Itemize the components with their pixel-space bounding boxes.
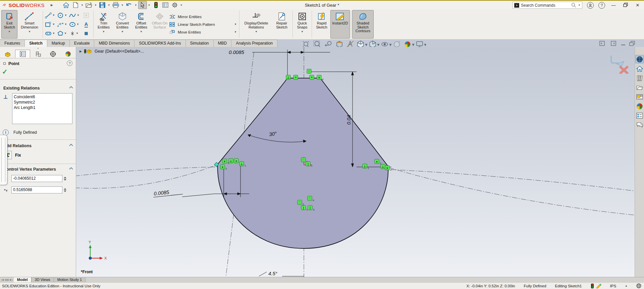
right-root-construction-arc[interactable] <box>389 168 635 215</box>
panel-splitter-handle[interactable]: ● <box>0 47 76 49</box>
relation-badge[interactable]: x <box>234 159 238 163</box>
point-dropdown[interactable]: ▼ <box>76 32 78 35</box>
design-library-icon[interactable] <box>635 74 644 82</box>
line-dropdown[interactable]: ▼ <box>52 14 55 17</box>
collapse-chevron-icon[interactable] <box>69 143 73 146</box>
add-relations-header[interactable]: Add Relations <box>3 143 73 148</box>
view-palette-icon[interactable] <box>635 93 644 101</box>
feature-tree-flyout[interactable] <box>0 135 7 185</box>
tab-mbd[interactable]: MBD <box>214 40 232 47</box>
collapse-chevron-icon[interactable] <box>69 86 73 89</box>
zoom-to-area-icon[interactable] <box>314 41 320 47</box>
view-orientation-icon[interactable] <box>358 41 364 48</box>
scroll-first-icon[interactable]: |◀ <box>1 278 4 281</box>
offset-entities-button[interactable]: Offset Entities ▼ <box>132 10 150 39</box>
relation-item[interactable]: Arc Length1 <box>14 105 71 110</box>
mirror-entities-button[interactable]: Mirror Entities <box>169 13 238 20</box>
collapse-chevron-icon[interactable] <box>69 167 73 170</box>
home-button[interactable] <box>62 1 70 9</box>
dimension-bottom-angle[interactable]: 4.5° <box>259 271 304 276</box>
move-entities-dropdown[interactable]: ▼ <box>234 31 238 34</box>
relation-badge[interactable]: □ <box>307 69 311 73</box>
tab-scroll-buttons[interactable]: |◀ ◀ ▶ ▶| <box>0 277 14 282</box>
undo-button[interactable] <box>125 1 133 9</box>
arc-dropdown[interactable]: ▼ <box>64 23 67 26</box>
dimxpert-manager-tab[interactable] <box>45 50 60 58</box>
configuration-manager-tab[interactable] <box>30 50 45 58</box>
slot-tool[interactable]: ▼ <box>44 29 56 38</box>
pane-left-icon[interactable] <box>600 41 604 46</box>
left-root-construction-arc[interactable] <box>76 165 216 188</box>
relation-badge[interactable]: = <box>310 75 314 79</box>
trim-dropdown[interactable]: ▼ <box>102 30 105 34</box>
property-manager-tab[interactable] <box>15 50 30 58</box>
relation-badge[interactable]: ⊥ <box>229 159 233 163</box>
previous-view-icon[interactable] <box>325 42 331 47</box>
home-tab-icon[interactable] <box>635 64 644 73</box>
relations-list[interactable]: Coincident6 Symmetric2 Arc Length1 <box>12 93 72 124</box>
apply-scene-dropdown[interactable]: ▼ <box>412 43 415 46</box>
move-entities-button[interactable]: Move Entities ▼ <box>169 29 238 36</box>
comments-icon[interactable] <box>635 121 644 129</box>
settings-gear-button[interactable] <box>170 1 179 9</box>
scroll-last-icon[interactable]: ▶| <box>10 278 13 281</box>
rectangle-dropdown[interactable]: ▼ <box>52 23 55 26</box>
point-tool[interactable]: ▼ <box>68 29 80 38</box>
confirm-exit-sketch-icon[interactable] <box>611 56 624 66</box>
print-dropdown[interactable]: ▼ <box>121 4 124 7</box>
trim-entities-button[interactable]: Trim Entities ▼ <box>95 10 113 39</box>
help-icon[interactable]: ? <box>598 2 605 9</box>
relation-item[interactable]: Symmetric2 <box>14 100 71 105</box>
smart-dimension-dropdown[interactable]: ▼ <box>28 30 31 34</box>
units-dropdown-icon[interactable]: ▲ <box>625 284 628 287</box>
motion-study-tab[interactable]: Motion Study 1 <box>54 277 86 282</box>
y-coordinate-field[interactable]: 0.5165088 <box>11 186 62 193</box>
rapid-sketch-button[interactable]: Rapid Sketch <box>313 10 330 39</box>
plane-tool[interactable] <box>80 29 92 38</box>
viewport-feature-tree[interactable]: ▶ Gear (Default<<Default>... <box>79 49 144 54</box>
rebuild-stoplight-icon[interactable] <box>152 1 160 9</box>
exit-sketch-dropdown[interactable]: ▼ <box>8 30 11 34</box>
display-manager-tab[interactable] <box>60 50 75 58</box>
appearances-scenes-icon[interactable] <box>635 102 644 110</box>
sketch-canvas[interactable]: 0.0085 0.04 30° <box>76 47 635 277</box>
shaded-sketch-contours-button[interactable]: Shaded Sketch Contours <box>352 10 374 39</box>
graphics-area[interactable]: 0.0085 0.04 30° <box>76 47 635 277</box>
tab-sketch[interactable]: Sketch <box>25 40 47 47</box>
3d-views-tab[interactable]: 3D Views <box>32 277 54 282</box>
tree-root-label[interactable]: Gear (Default<<Default>... <box>95 49 144 54</box>
ellipse-tool[interactable]: ▼ <box>68 20 80 29</box>
view-orientation-dropdown[interactable]: ▼ <box>365 43 368 46</box>
slot-dropdown[interactable]: ▼ <box>52 32 55 35</box>
solidworks-logo[interactable]: SOLIDWORKS ▶ <box>3 2 53 8</box>
new-document-button[interactable] <box>71 1 80 9</box>
relation-badge[interactable]: ⊥ <box>381 164 385 169</box>
select-dropdown[interactable]: ▼ <box>148 4 151 7</box>
linear-pattern-dropdown[interactable]: ▼ <box>234 23 238 26</box>
custom-properties-icon[interactable] <box>635 111 644 120</box>
rectangle-tool[interactable]: ▼ <box>44 20 56 29</box>
zoom-to-fit-icon[interactable] <box>303 41 309 47</box>
tab-analysis-preparation[interactable]: Analysis Preparation <box>231 40 277 47</box>
relation-badge[interactable]: ⊥ <box>286 75 290 79</box>
user-account-icon[interactable] <box>587 2 594 9</box>
display-style-icon[interactable] <box>370 41 376 48</box>
tab-simulation[interactable]: Simulation <box>186 40 214 47</box>
circle-dropdown[interactable]: ▼ <box>64 14 67 17</box>
exit-sketch-button[interactable]: Exit Sketch ▼ <box>1 10 17 39</box>
x-spinner[interactable] <box>64 177 66 181</box>
relation-badge[interactable]: = <box>293 75 298 79</box>
tree-expander-icon[interactable]: ▶ <box>79 50 82 53</box>
display-delete-relations-button[interactable]: Display/Delete Relations ▼ <box>240 10 272 39</box>
doc-restore-icon[interactable] <box>630 41 635 46</box>
restore-button[interactable] <box>622 3 629 8</box>
property-help-icon[interactable]: ? <box>67 60 72 66</box>
settings-dropdown[interactable]: ▼ <box>180 4 183 7</box>
convert-entities-button[interactable]: Convert Entities ▼ <box>113 10 132 39</box>
line-tool[interactable]: ▼ <box>44 11 56 20</box>
select-tool-button[interactable] <box>138 1 147 9</box>
tab-mbd-dimensions[interactable]: MBD Dimensions <box>94 40 135 47</box>
model-tab[interactable]: Model <box>14 277 32 282</box>
tab-evaluate[interactable]: Evaluate <box>70 40 95 47</box>
x-coordinate-field[interactable]: -0.04065012 <box>11 175 62 182</box>
